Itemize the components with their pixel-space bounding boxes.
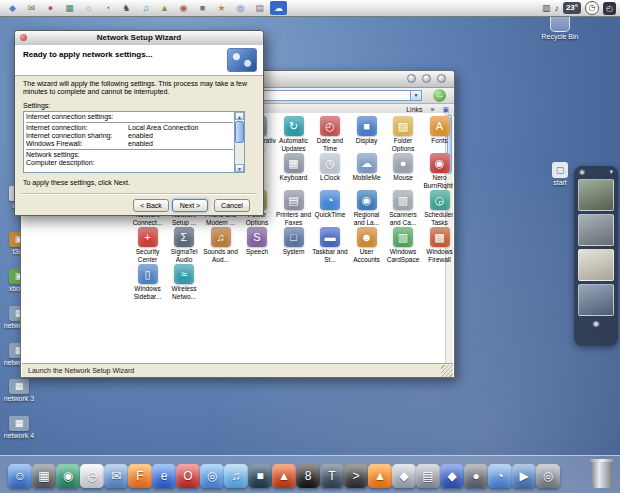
control-panel-item[interactable]: SSpeech [239,227,276,256]
photo-thumbnail-1[interactable] [578,179,614,211]
menu-icon-12[interactable]: ★ [213,1,230,15]
menu-icon-selected[interactable]: ☁ [270,1,287,15]
photoshop-icon[interactable]: ■ [248,464,272,488]
terminal-icon[interactable]: > [344,464,368,488]
control-panel-item[interactable]: ▥Windows CardSpace [385,227,422,263]
menu-icon-10[interactable]: ◉ [175,1,192,15]
control-panel-item[interactable]: □System [275,227,312,256]
control-panel-item[interactable]: ≈Wireless Netwo... [166,264,203,300]
photo-thumbnail-4[interactable] [578,284,614,316]
internet-explorer-icon[interactable]: e [152,464,176,488]
eye-icon[interactable]: ◉ [593,319,600,328]
control-panel-item[interactable]: ◴Date and Time [312,116,349,152]
finder-icon[interactable]: ☺ [8,464,32,488]
control-panel-item[interactable]: ΣSigmaTel Audio [166,227,203,263]
menu-icon-2[interactable]: ✉ [23,1,40,15]
winamp-icon[interactable]: ◆ [392,464,416,488]
menu-icon-9[interactable]: ▲ [156,1,173,15]
control-panel-item[interactable]: ▥Scanners and Ca... [385,190,422,226]
links-folder-icon[interactable]: ▣ [442,106,449,113]
control-panel-item[interactable]: ▯Windows Sidebar... [129,264,166,300]
burn-icon[interactable]: ◎ [536,464,560,488]
address-dropdown-icon[interactable]: ▼ [410,91,421,100]
desktop-icon[interactable]: ▦network 4 [2,416,36,440]
hard-drive-icon[interactable]: ▤ [416,464,440,488]
temperature-widget[interactable]: 23° [563,2,581,14]
control-panel-item[interactable]: ♫Sounds and Aud... [202,227,239,263]
menu-icon-14[interactable]: ▤ [251,1,268,15]
start-shortcut[interactable]: ▢ start [545,162,575,187]
back-button[interactable]: < Back [133,199,169,212]
menu-icon-11[interactable]: ■ [194,1,211,15]
safari-icon[interactable]: ◎ [200,464,224,488]
trash-icon[interactable] [592,462,612,488]
cancel-button[interactable]: Cancel [214,199,250,212]
menu-icon-1[interactable]: ◆ [4,1,21,15]
control-panel-item[interactable]: ◷LClock [312,153,349,182]
scrollbar-thumb[interactable] [235,121,244,143]
photo-widget[interactable]: ◉ ▾ ◉ [574,166,618,346]
clock-widget-icon[interactable]: ◷ [80,464,104,488]
widget-menu-icon[interactable]: ▾ [609,168,613,176]
control-panel-item[interactable]: ◉Regional and La... [348,190,385,226]
opera-icon[interactable]: O [176,464,200,488]
window-minimize-button[interactable] [407,74,416,83]
menu-icon-8[interactable]: ♫ [137,1,154,15]
control-panel-item[interactable]: ▬Taskbar and St... [312,227,349,263]
photo-thumbnail-2[interactable] [578,214,614,246]
control-panel-item[interactable]: ☻User Accounts [348,227,385,263]
control-panel-item[interactable]: ◶Scheduled Tasks [421,190,453,226]
menu-icon-4[interactable]: ▦ [61,1,78,15]
resize-grip[interactable] [441,365,453,377]
earth-icon[interactable]: ◉ [56,464,80,488]
control-panel-item[interactable]: ▤Printers and Faxes [275,190,312,226]
camera-icon[interactable]: ● [464,464,488,488]
control-panel-item[interactable]: ●Mouse [385,153,422,182]
wizard-title-bar[interactable]: Network Setup Wizard [15,31,263,46]
wizard-settings-list[interactable]: Internet connection settings:Internet co… [23,111,245,173]
itunes-icon[interactable]: ♫ [224,464,248,488]
menu-clock-widget-icon[interactable]: ◴ [603,2,616,15]
menu-icon-3[interactable]: ● [42,1,59,15]
quicktime-icon[interactable]: ◔ [488,464,512,488]
menu-icon-5[interactable]: ☼ [80,1,97,15]
menu-icon-6[interactable]: ◔ [99,1,116,15]
menu-icon-7[interactable]: ♞ [118,1,135,15]
control-panel-item[interactable]: ↻Automatic Updates [275,116,312,152]
camera-icon[interactable]: ◉ [579,168,585,176]
control-panel-item[interactable]: ☁MobileMe [348,153,385,182]
control-panel-item[interactable]: ▦Keyboard [275,153,312,182]
media-player-icon[interactable]: ▶ [512,464,536,488]
links-chevron-icon[interactable]: » [431,106,435,113]
dialog-close-icon[interactable] [20,34,27,41]
clock-icon[interactable]: ◷ [585,1,599,15]
control-panel-item[interactable]: ◉Nero BurnRights [421,153,453,189]
scroll-up-icon[interactable]: ▲ [235,112,244,120]
go-button[interactable]: → [433,89,446,102]
volume-icon[interactable]: ♪ [554,3,559,13]
window-close-button[interactable] [437,74,446,83]
control-panel-item[interactable]: ◔QuickTime [312,190,349,219]
firefox-icon[interactable]: F [128,464,152,488]
window-zoom-button[interactable] [422,74,431,83]
next-button[interactable]: Next > [172,199,208,212]
links-label[interactable]: Links [406,106,422,113]
scroll-down-icon[interactable]: ▼ [235,164,244,172]
shockwave-icon[interactable]: ▲ [272,464,296,488]
control-panel-item[interactable]: ▩Windows Firewall [421,227,453,263]
dashboard-icon[interactable]: ▦ [32,464,56,488]
tv-icon[interactable]: T [320,464,344,488]
vlc-icon[interactable]: ▲ [368,464,392,488]
display-settings-icon[interactable]: ▥ [542,3,551,13]
control-panel-item[interactable]: ▨Folder Options [385,116,422,152]
photo-thumbnail-3[interactable] [578,249,614,281]
eightball-icon[interactable]: 8 [296,464,320,488]
desktop-icon[interactable]: ▦network 3 [2,379,36,403]
wizard-list-scrollbar[interactable]: ▲ ▼ [234,112,244,172]
app-blue-icon[interactable]: ◆ [440,464,464,488]
mail-icon[interactable]: ✉ [104,464,128,488]
control-panel-item[interactable]: +Security Center [129,227,166,263]
menu-icon-13[interactable]: ◎ [232,1,249,15]
control-panel-item[interactable]: AFonts [421,116,453,145]
control-panel-item[interactable]: ■Display [348,116,385,145]
